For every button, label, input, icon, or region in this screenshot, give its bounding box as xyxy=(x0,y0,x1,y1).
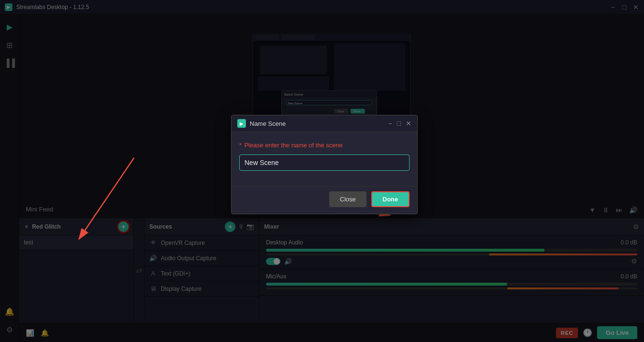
mixer-mic-bar-orange xyxy=(507,287,619,289)
mixer-mic-bar-green xyxy=(266,283,507,286)
mixer-mic-bar-bg xyxy=(266,283,637,286)
mixer-header: Mixer ⚙ xyxy=(259,218,644,235)
pause-icon[interactable]: ⏸ xyxy=(602,206,609,214)
scenes-header: ▼ Red Glitch + xyxy=(19,218,133,235)
preview-screenshot: Name Scene New Scene Close Done xyxy=(253,33,411,122)
scene-item-test[interactable]: test xyxy=(19,235,133,250)
scenes-title: Red Glitch xyxy=(32,223,115,230)
svg-rect-5 xyxy=(334,43,405,90)
svg-text:Done: Done xyxy=(354,110,361,113)
modal-footer: Close Done xyxy=(232,186,417,214)
modal-maximize-button[interactable]: □ xyxy=(397,120,401,127)
scenes-section: ▼ Red Glitch + test xyxy=(19,218,134,323)
display-icon: 🖥 xyxy=(149,285,157,292)
rec-button[interactable]: REC xyxy=(556,328,578,338)
go-live-button[interactable]: Go Live xyxy=(597,326,637,339)
mixer-channel-desktop: Desktop Audio 0.0 dB 🔊 ⚙ xyxy=(259,235,644,269)
add-scene-button[interactable]: + xyxy=(118,221,129,232)
sources-title: Sources xyxy=(149,223,222,230)
section-divider: ⇄ xyxy=(134,218,144,323)
mini-feed-controls: ▼ ⏸ ⏭ 🔊 xyxy=(589,206,637,214)
preview-inner: Name Scene New Scene Close Done xyxy=(253,34,410,121)
modal-app-icon: ▶ xyxy=(237,119,246,128)
svg-text:New Scene: New Scene xyxy=(288,102,303,105)
sidebar-icon-settings[interactable]: ⚙ xyxy=(2,322,17,337)
scene-name-input[interactable] xyxy=(239,154,410,171)
stats-icon[interactable]: 📊 xyxy=(26,329,34,337)
sources-header: Sources + 🎙 📷 xyxy=(144,218,259,235)
bell-icon[interactable]: 🔔 xyxy=(41,329,49,337)
scenes-collapse-icon[interactable]: ▼ xyxy=(24,224,29,230)
source-item-openvr[interactable]: 👁 OpenVR Capture xyxy=(144,235,259,251)
mixer-desktop-bar-bg2 xyxy=(266,254,637,255)
mixer-channel-top-desktop: Desktop Audio 0.0 dB xyxy=(266,239,637,246)
mixer-channel-top-mic: Mic/Aux 0.0 dB xyxy=(266,273,637,280)
svg-rect-7 xyxy=(260,45,327,74)
source-item-text[interactable]: A Text (GDI+) xyxy=(144,266,259,281)
mixer-desktop-toggle[interactable] xyxy=(266,258,280,265)
app-title: Streamlabs Desktop - 1.12.5 xyxy=(16,4,89,11)
modal-body: * Please enter the name of the scene xyxy=(232,132,417,186)
done-button[interactable]: Done xyxy=(371,191,410,207)
filter-icon[interactable]: ▼ xyxy=(589,206,596,214)
minimize-button[interactable]: − xyxy=(610,4,616,11)
mixer-desktop-bar-orange xyxy=(489,254,637,255)
mixer-mic-name: Mic/Aux xyxy=(266,273,287,280)
modal-titlebar: ▶ Name Scene − □ ✕ xyxy=(232,115,417,132)
maximize-button[interactable]: □ xyxy=(621,4,628,11)
mixer-mic-db: 0.0 dB xyxy=(621,273,637,280)
bottom-panel: ▼ Red Glitch + test ⇄ Sources + 🎙 📷 xyxy=(19,218,644,323)
mixer-mic-bar-bg2 xyxy=(266,287,637,289)
sidebar-icon-stream[interactable]: ▶ xyxy=(2,19,17,34)
modal-titlebar-left: ▶ Name Scene xyxy=(237,119,286,128)
add-source-button[interactable]: + xyxy=(225,221,235,232)
mixer-desktop-gear-icon[interactable]: ⚙ xyxy=(631,257,637,265)
sidebar-icon-stats[interactable]: ▐▐ xyxy=(2,55,17,71)
mixer-section: Mixer ⚙ Desktop Audio 0.0 dB xyxy=(259,218,644,323)
title-bar: ▶ Streamlabs Desktop - 1.12.5 − □ ✕ xyxy=(0,0,644,14)
source-item-audio-output[interactable]: 🔊 Audio Output Capture xyxy=(144,251,259,266)
audio-output-icon: 🔊 xyxy=(149,254,157,262)
skip-icon[interactable]: ⏭ xyxy=(616,206,622,214)
modal-titlebar-controls: − □ ✕ xyxy=(388,120,411,127)
svg-text:Name Scene: Name Scene xyxy=(284,93,303,96)
modal-minimize-button[interactable]: − xyxy=(388,120,392,127)
modal-close-button[interactable]: ✕ xyxy=(406,120,411,127)
close-button[interactable]: ✕ xyxy=(633,4,639,11)
svg-text:Close: Close xyxy=(337,110,344,113)
openvr-icon: 👁 xyxy=(149,239,157,246)
sidebar-icon-scenes[interactable]: ⊞ xyxy=(2,37,17,53)
text-icon: A xyxy=(149,270,157,277)
source-item-display[interactable]: 🖥 Display Capture xyxy=(144,281,259,297)
bottom-bar-right: REC 🕐 Go Live xyxy=(556,326,637,339)
svg-rect-2 xyxy=(255,35,279,40)
app-icon: ▶ xyxy=(5,3,12,11)
mixer-settings-icon[interactable]: ⚙ xyxy=(633,223,639,231)
mixer-desktop-name: Desktop Audio xyxy=(266,239,303,246)
mixer-desktop-bar-green xyxy=(266,249,544,252)
mixer-desktop-controls: 🔊 ⚙ xyxy=(266,257,637,265)
left-sidebar: ▶ ⊞ ▐▐ 🔔 ⚙ xyxy=(0,14,19,342)
sources-icons: 🎙 📷 xyxy=(238,223,254,230)
clock-icon[interactable]: 🕐 xyxy=(583,328,592,337)
sidebar-icon-notifications[interactable]: 🔔 xyxy=(2,304,17,319)
bottom-bar-left: 📊 🔔 xyxy=(26,329,49,337)
divider-arrows-icon: ⇄ xyxy=(136,266,142,275)
mini-feed-label: Mini Feed xyxy=(26,206,53,213)
toggle-knob-desktop xyxy=(274,258,280,265)
mixer-title: Mixer xyxy=(264,223,630,230)
bottom-bar: 📊 🔔 REC 🕐 Go Live xyxy=(19,323,644,342)
volume-icon[interactable]: 🔊 xyxy=(629,206,637,214)
mixer-channel-mic: Mic/Aux 0.0 dB xyxy=(259,269,644,296)
modal-title: Name Scene xyxy=(250,120,286,127)
name-scene-modal: ▶ Name Scene − □ ✕ * Please enter the na… xyxy=(231,115,418,214)
svg-rect-3 xyxy=(282,35,315,40)
mixer-desktop-volume-icon[interactable]: 🔊 xyxy=(284,258,292,265)
sources-section: Sources + 🎙 📷 👁 OpenVR Capture 🔊 Audio O… xyxy=(144,218,259,323)
preview-svg: Name Scene New Scene Close Done xyxy=(253,33,410,122)
close-button[interactable]: Close xyxy=(329,191,366,207)
modal-label: * Please enter the name of the scene xyxy=(239,142,410,149)
mixer-desktop-bar-bg xyxy=(266,249,637,252)
title-bar-controls: − □ ✕ xyxy=(610,4,639,11)
title-bar-left: ▶ Streamlabs Desktop - 1.12.5 xyxy=(5,3,89,11)
